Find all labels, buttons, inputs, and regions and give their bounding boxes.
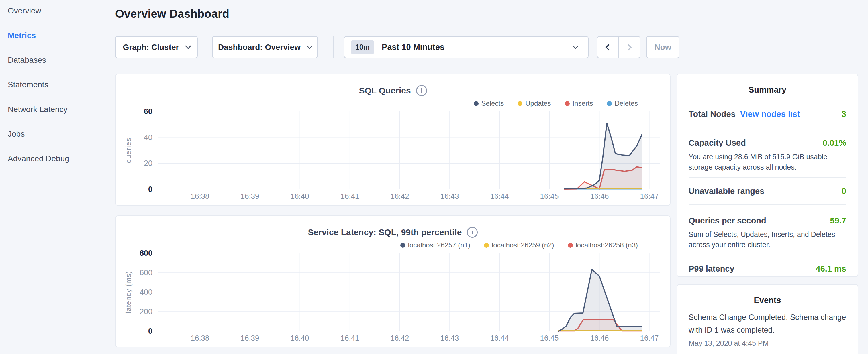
- page-title: Overview Dashboard: [115, 7, 229, 20]
- sidebar-item-overview[interactable]: Overview: [8, 6, 69, 15]
- legend-label: localhost:26259 (n2): [492, 241, 554, 249]
- summary-row-label: Total Nodes: [689, 109, 736, 119]
- x-tick-label: 16:39: [241, 192, 259, 201]
- summary-row-label: Capacity Used: [689, 138, 746, 148]
- y-axis-label: latency (ms): [124, 271, 133, 313]
- chevron-right-icon: [625, 44, 632, 51]
- info-icon[interactable]: i: [467, 227, 478, 238]
- sidebar-item-network-latency[interactable]: Network Latency: [8, 105, 69, 114]
- legend-item-localhost-26259-n2: localhost:26259 (n2): [484, 241, 554, 249]
- x-tick-label: 16:42: [390, 334, 409, 343]
- y-axis: 0200400600800: [116, 253, 152, 331]
- legend-dot-icon: [565, 101, 570, 106]
- chart-legend: localhost:26257 (n1)localhost:26259 (n2)…: [400, 241, 638, 249]
- dashboard-dropdown[interactable]: Dashboard: Overview: [212, 36, 318, 58]
- legend-label: Deletes: [615, 99, 638, 107]
- summary-row-subtext: Sum of Selects, Updates, Inserts, and De…: [689, 229, 846, 250]
- legend-label: localhost:26257 (n1): [408, 241, 470, 249]
- y-tick-label: 600: [116, 268, 152, 277]
- x-tick-label: 16:46: [590, 192, 609, 201]
- graph-scope-dropdown[interactable]: Graph: Cluster: [115, 36, 198, 58]
- summary-row-total-nodes: Total Nodes View nodes list 3: [689, 109, 846, 119]
- sidebar-item-advanced-debug[interactable]: Advanced Debug: [8, 154, 69, 163]
- dashboard-dropdown-label: Dashboard: Overview: [218, 43, 301, 52]
- chart-legend: SelectsUpdatesInsertsDeletes: [474, 99, 638, 107]
- legend-item-inserts: Inserts: [565, 99, 593, 107]
- summary-row-value: 59.7: [830, 216, 846, 225]
- legend-dot-icon: [568, 243, 573, 248]
- prev-time-button[interactable]: [597, 37, 619, 58]
- legend-item-localhost-26257-n1: localhost:26257 (n1): [400, 241, 470, 249]
- x-axis: 16:3816:3916:4016:4116:4216:4316:4416:45…: [158, 334, 660, 344]
- summary-row-capacity-used: Capacity Used 0.01%: [689, 138, 846, 148]
- summary-row-p99-latency: P99 latency 46.1 ms: [689, 264, 846, 273]
- summary-row-value: 46.1 ms: [816, 264, 846, 273]
- page: Overview Metrics Databases Statements Ne…: [0, 0, 868, 354]
- x-tick-label: 16:43: [440, 192, 459, 201]
- x-tick-label: 16:45: [540, 334, 559, 343]
- x-tick-label: 16:47: [640, 334, 658, 343]
- x-tick-label: 16:44: [490, 334, 509, 343]
- summary-row-label: Unavailable ranges: [689, 187, 764, 196]
- now-button[interactable]: Now: [646, 36, 679, 58]
- sidebar: Overview Metrics Databases Statements Ne…: [8, 6, 69, 179]
- legend-dot-icon: [607, 101, 612, 106]
- summary-row-label: Queries per second: [689, 216, 766, 225]
- chart-plot: [158, 253, 660, 331]
- divider: [689, 204, 846, 205]
- sql-queries-chart-card: SQL Queries i SelectsUpdatesInsertsDelet…: [115, 74, 671, 206]
- y-tick-label: 60: [116, 107, 152, 116]
- event-item-timestamp: May 13, 2020 at 4:45 PM: [689, 339, 846, 347]
- summary-row-subtext: You are using 28.6 MiB of 515.9 GiB usab…: [689, 152, 846, 172]
- x-tick-label: 16:38: [191, 192, 209, 201]
- events-title: Events: [677, 296, 858, 305]
- chevron-down-icon: [185, 43, 191, 49]
- legend-item-deletes: Deletes: [607, 99, 638, 107]
- time-step-buttons: [597, 36, 641, 58]
- legend-label: Updates: [525, 99, 551, 107]
- sidebar-item-metrics[interactable]: Metrics: [8, 31, 69, 40]
- x-tick-label: 16:41: [340, 192, 359, 201]
- y-tick-label: 0: [116, 327, 152, 335]
- x-axis: 16:3816:3916:4016:4116:4216:4316:4416:45…: [158, 192, 660, 202]
- legend-dot-icon: [484, 243, 489, 248]
- y-axis-label: queries: [124, 138, 133, 163]
- legend-item-selects: Selects: [474, 99, 504, 107]
- legend-label: localhost:26258 (n3): [576, 241, 638, 249]
- x-tick-label: 16:47: [640, 192, 658, 201]
- legend-dot-icon: [400, 243, 405, 248]
- sidebar-item-statements[interactable]: Statements: [8, 80, 69, 89]
- summary-row-value: 0.01%: [823, 138, 846, 148]
- summary-row-value: 3: [842, 109, 846, 119]
- summary-row-label: P99 latency: [689, 264, 735, 273]
- sidebar-item-databases[interactable]: Databases: [8, 56, 69, 65]
- legend-dot-icon: [518, 101, 522, 106]
- view-nodes-list-link[interactable]: View nodes list: [740, 109, 800, 119]
- event-item-text: Schema Change Completed: Schema change w…: [689, 311, 846, 336]
- y-tick-label: 40: [116, 133, 152, 142]
- x-tick-label: 16:46: [590, 334, 609, 343]
- summary-title: Summary: [677, 85, 858, 95]
- info-icon[interactable]: i: [416, 85, 427, 96]
- legend-dot-icon: [474, 101, 478, 106]
- chart-plot: [158, 111, 660, 189]
- summary-panel: Summary Total Nodes View nodes list 3 Ca…: [677, 74, 858, 277]
- chart-title: SQL Queries: [359, 86, 411, 95]
- time-window-label: Past 10 Minutes: [382, 42, 574, 52]
- controls-row: Graph: Cluster Dashboard: Overview 10m P…: [115, 36, 679, 58]
- graph-scope-dropdown-label: Graph: Cluster: [123, 43, 179, 52]
- legend-item-localhost-26258-n3: localhost:26258 (n3): [568, 241, 638, 249]
- chevron-down-icon: [307, 43, 313, 49]
- chevron-left-icon: [606, 44, 612, 51]
- y-tick-label: 800: [116, 249, 152, 257]
- sidebar-item-jobs[interactable]: Jobs: [8, 129, 69, 139]
- time-window-dropdown[interactable]: 10m Past 10 Minutes: [344, 36, 589, 58]
- chevron-down-icon: [572, 43, 579, 49]
- summary-row-value: 0: [842, 187, 846, 196]
- legend-item-updates: Updates: [518, 99, 551, 107]
- x-tick-label: 16:40: [290, 192, 309, 201]
- summary-row-queries-per-second: Queries per second 59.7: [689, 216, 846, 225]
- next-time-button[interactable]: [619, 37, 640, 58]
- events-panel: Events Schema Change Completed: Schema c…: [677, 284, 858, 354]
- y-tick-label: 20: [116, 159, 152, 167]
